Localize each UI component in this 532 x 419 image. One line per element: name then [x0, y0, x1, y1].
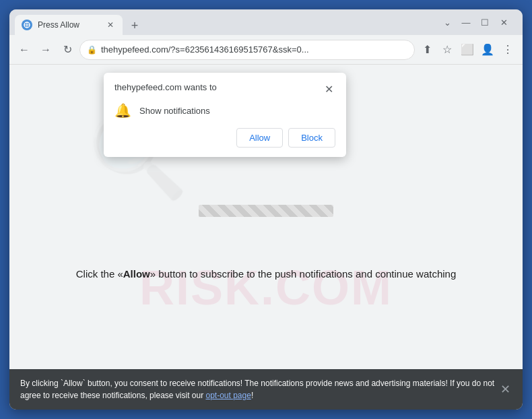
cta-text-after: » button to subscribe to the push notifi… — [150, 268, 456, 280]
notification-popup: thehypefeed.com wants to ✕ 🔔 Show notifi… — [104, 73, 346, 157]
popup-close-button[interactable]: ✕ — [322, 82, 335, 96]
new-tab-button[interactable]: + — [125, 16, 144, 35]
tab-area: Press Allow ✕ + — [15, 9, 430, 35]
tab-close-button[interactable]: ✕ — [105, 20, 116, 30]
toolbar: ← → ↻ 🔒 thehypefeed.com/?s=6235614361695… — [9, 35, 523, 65]
popup-header: thehypefeed.com wants to ✕ — [114, 82, 335, 96]
collapse-button[interactable]: ⌄ — [439, 14, 455, 30]
popup-title: thehypefeed.com wants to — [114, 82, 217, 92]
minimize-button[interactable]: — — [458, 14, 474, 30]
menu-button[interactable]: ⋮ — [498, 40, 517, 59]
cta-text-before: Click the « — [76, 268, 123, 280]
allow-button[interactable]: Allow — [236, 128, 283, 148]
title-bar: Press Allow ✕ + ⌄ — ☐ ✕ — [9, 9, 523, 35]
back-button[interactable]: ← — [15, 40, 34, 59]
maximize-button[interactable]: ☐ — [477, 14, 493, 30]
bottom-bar: By clicking `Allow` button, you consent … — [9, 369, 523, 410]
popup-notification-row: 🔔 Show notifications — [114, 102, 335, 119]
lock-icon: 🔒 — [87, 45, 97, 55]
url-text: thehypefeed.com/?s=623561436169515767&ss… — [101, 44, 407, 55]
address-bar[interactable]: 🔒 thehypefeed.com/?s=623561436169515767&… — [79, 40, 415, 60]
opt-out-link[interactable]: opt-out page — [205, 391, 251, 400]
block-button[interactable]: Block — [288, 128, 335, 148]
window-controls: ⌄ — ☐ ✕ — [434, 14, 517, 30]
browser-window: Press Allow ✕ + ⌄ — ☐ ✕ ← → ↻ 🔒 thehypef… — [9, 9, 523, 410]
tab-overview-button[interactable]: ⬜ — [458, 40, 477, 59]
browser-content: 🔍 RISK.COM thehypefeed.com wants to ✕ 🔔 … — [9, 65, 523, 369]
forward-button[interactable]: → — [36, 40, 55, 59]
bottom-bar-text-before: By clicking `Allow` button, you consent … — [20, 379, 494, 400]
bottom-bar-close-button[interactable]: ✕ — [497, 381, 513, 397]
tab-title: Press Allow — [38, 20, 100, 30]
profile-button[interactable]: 👤 — [478, 40, 497, 59]
close-button[interactable]: ✕ — [496, 14, 512, 30]
cta-allow-text: Allow — [123, 268, 150, 280]
bookmark-button[interactable]: ☆ — [438, 40, 457, 59]
active-tab[interactable]: Press Allow ✕ — [15, 15, 123, 35]
cta-text: Click the «Allow» button to subscribe to… — [63, 267, 470, 282]
progress-bar — [199, 205, 333, 217]
bell-icon: 🔔 — [114, 102, 131, 119]
bottom-bar-text: By clicking `Allow` button, you consent … — [20, 377, 496, 401]
toolbar-actions: ⬆ ☆ ⬜ 👤 ⋮ — [418, 40, 517, 59]
popup-actions: Allow Block — [114, 128, 335, 148]
share-button[interactable]: ⬆ — [418, 40, 436, 59]
refresh-button[interactable]: ↻ — [58, 40, 77, 59]
notification-label: Show notifications — [139, 106, 210, 116]
bottom-bar-text-after: ! — [251, 391, 253, 400]
tab-favicon — [22, 20, 32, 30]
